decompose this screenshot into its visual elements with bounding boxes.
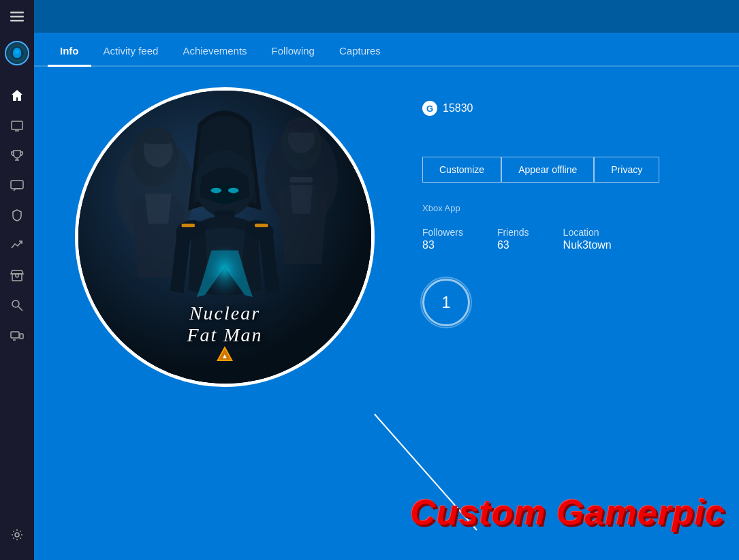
sidebar-item-store[interactable] bbox=[0, 260, 34, 290]
profile-area: Nuclear Fat Man ▲ bbox=[34, 67, 739, 560]
settings-icon bbox=[10, 528, 24, 542]
location-value: Nuk3town bbox=[563, 239, 612, 251]
stats-row: Followers 83 Friends 63 Location Nuk3tow… bbox=[422, 227, 725, 251]
search-icon bbox=[10, 298, 24, 312]
followers-value: 83 bbox=[422, 239, 463, 251]
location-stat: Location Nuk3town bbox=[563, 227, 612, 251]
gamertag-line1: Nuclear bbox=[187, 302, 262, 324]
sidebar-item-messages[interactable] bbox=[0, 170, 34, 200]
shield-icon bbox=[10, 208, 24, 222]
sidebar-item-tv[interactable] bbox=[0, 110, 34, 140]
sidebar bbox=[0, 0, 34, 560]
svg-point-4 bbox=[15, 50, 19, 54]
gamerscore-icon: G bbox=[422, 101, 437, 116]
appear-offline-button[interactable]: Appear offline bbox=[501, 157, 594, 183]
sidebar-nav bbox=[0, 74, 34, 520]
tab-info[interactable]: Info bbox=[48, 38, 91, 67]
sidebar-item-trending[interactable] bbox=[0, 230, 34, 260]
sidebar-item-home[interactable] bbox=[0, 80, 34, 110]
svg-rect-0 bbox=[10, 12, 24, 14]
gamertag-line2: Fat Man bbox=[187, 324, 262, 346]
svg-point-9 bbox=[12, 300, 19, 307]
menu-icon bbox=[10, 10, 24, 23]
gamerscore-value: 15830 bbox=[443, 102, 473, 114]
svg-rect-24 bbox=[290, 177, 313, 183]
home-icon bbox=[10, 89, 24, 102]
sidebar-item-devices[interactable] bbox=[0, 320, 34, 350]
gamertag-overlay: Nuclear Fat Man bbox=[187, 302, 262, 346]
svg-rect-19 bbox=[145, 131, 172, 144]
custom-gamerpic-watermark: Custom Gamerpic bbox=[410, 492, 725, 533]
sidebar-item-shield[interactable] bbox=[0, 200, 34, 230]
topbar bbox=[34, 0, 739, 33]
svg-text:▲: ▲ bbox=[221, 352, 228, 360]
svg-line-10 bbox=[18, 307, 22, 311]
store-icon bbox=[10, 268, 24, 282]
friends-stat: Friends 63 bbox=[497, 227, 529, 251]
sidebar-bottom bbox=[0, 520, 34, 560]
tab-achievements[interactable]: Achievements bbox=[170, 38, 259, 67]
gamerscore-row: G 15830 bbox=[422, 101, 725, 116]
svg-rect-29 bbox=[181, 223, 195, 227]
level-number: 1 bbox=[441, 293, 450, 312]
main-content: Info Activity feed Achievements Followin… bbox=[34, 0, 739, 560]
svg-rect-2 bbox=[10, 20, 24, 22]
xbox-app-label: Xbox App bbox=[422, 203, 725, 213]
svg-rect-12 bbox=[20, 334, 23, 339]
triangle-icon: ▲ bbox=[215, 345, 234, 364]
gamerpic-container: Nuclear Fat Man ▲ bbox=[75, 87, 402, 414]
svg-rect-1 bbox=[10, 16, 24, 18]
sidebar-item-achievements[interactable] bbox=[0, 140, 34, 170]
trending-icon bbox=[10, 238, 24, 252]
followers-stat: Followers 83 bbox=[422, 227, 463, 251]
friends-value: 63 bbox=[497, 239, 529, 251]
triangle-logo: ▲ bbox=[215, 345, 234, 367]
customize-button[interactable]: Customize bbox=[422, 157, 501, 183]
profile-info: G 15830 Customize Appear offline Privacy… bbox=[422, 80, 725, 326]
svg-rect-11 bbox=[11, 332, 19, 338]
followers-label: Followers bbox=[422, 227, 463, 238]
devices-icon bbox=[10, 328, 24, 342]
svg-rect-30 bbox=[255, 223, 268, 227]
gamerpic-art: Nuclear Fat Man ▲ bbox=[78, 91, 371, 384]
sidebar-item-search[interactable] bbox=[0, 290, 34, 320]
tab-captures[interactable]: Captures bbox=[327, 38, 393, 67]
hamburger-button[interactable] bbox=[0, 0, 34, 33]
location-label: Location bbox=[563, 227, 612, 238]
avatar-image bbox=[9, 45, 25, 61]
action-buttons: Customize Appear offline Privacy bbox=[422, 157, 725, 183]
messages-icon bbox=[10, 178, 24, 192]
tab-activity-feed[interactable]: Activity feed bbox=[91, 38, 171, 67]
avatar bbox=[5, 41, 29, 65]
svg-rect-5 bbox=[12, 121, 22, 129]
friends-label: Friends bbox=[497, 227, 529, 238]
svg-point-14 bbox=[15, 533, 19, 537]
gamerpic-circle: Nuclear Fat Man ▲ bbox=[75, 87, 375, 387]
svg-rect-23 bbox=[288, 121, 313, 133]
svg-rect-7 bbox=[11, 181, 23, 189]
trophy-icon bbox=[10, 149, 24, 162]
avatar-container[interactable] bbox=[0, 33, 34, 74]
tab-following[interactable]: Following bbox=[260, 38, 327, 67]
svg-point-33 bbox=[228, 188, 239, 193]
svg-point-32 bbox=[210, 188, 221, 193]
tv-icon bbox=[10, 119, 24, 132]
svg-point-31 bbox=[205, 244, 245, 297]
sidebar-item-settings[interactable] bbox=[0, 520, 34, 550]
level-badge: 1 bbox=[422, 279, 470, 326]
tab-navigation: Info Activity feed Achievements Followin… bbox=[34, 33, 739, 67]
privacy-button[interactable]: Privacy bbox=[594, 157, 659, 183]
